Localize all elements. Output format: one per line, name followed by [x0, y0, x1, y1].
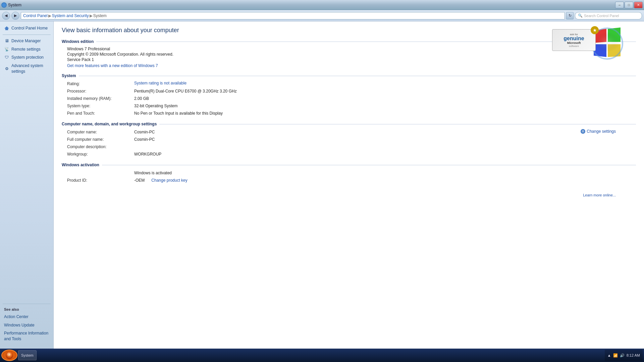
sidebar-item-action-center[interactable]: Action Center: [0, 313, 53, 321]
title-bar: System – □ ✕: [0, 0, 644, 10]
taskbar-system-button[interactable]: System: [18, 350, 37, 360]
maximize-button[interactable]: □: [625, 2, 633, 8]
comp-name-value: Cosmin-PC: [134, 129, 636, 135]
windows-copyright: Copyright © 2009 Microsoft Corporation. …: [67, 52, 636, 57]
start-button[interactable]: [1, 350, 17, 361]
activation-section-header: Windows activation: [62, 163, 636, 167]
sidebar-bottom-section: See also Action Center Windows Update Pe…: [0, 299, 53, 346]
page-title: View basic information about your comput…: [62, 27, 636, 34]
computer-name-wrapper: ⚙ Change settings Computer name: Cosmin-…: [62, 129, 636, 157]
refresh-button[interactable]: ↻: [566, 12, 574, 19]
comp-name-label: Computer name:: [67, 129, 134, 135]
window-icon: [1, 2, 7, 8]
breadcrumb-current: System: [93, 13, 107, 18]
processor-value: Pentium(R) Dual-Core CPU E6700 @ 3.20GHz…: [134, 88, 636, 94]
back-button[interactable]: ◀: [2, 12, 10, 20]
remote-settings-icon: 📡: [4, 47, 9, 52]
change-settings-link[interactable]: ⚙ Change settings: [581, 129, 616, 134]
description-value: [134, 144, 636, 150]
processor-label: Processor:: [67, 88, 134, 94]
genuine-microsoft: Microsoft: [567, 41, 581, 45]
search-icon: 🔍: [578, 13, 583, 18]
product-id-label: Product ID:: [67, 177, 134, 183]
taskbar-tray: ▲ 📶 🔊 8:12 AM: [605, 350, 643, 361]
full-name-value: Cosmin-PC: [134, 136, 636, 142]
windows-service-pack: Service Pack 1: [67, 57, 636, 62]
computer-name-grid: Computer name: Cosmin-PC Full computer n…: [67, 129, 636, 157]
taskbar-system-label: System: [21, 353, 34, 357]
sidebar-item-performance[interactable]: Performance Information and Tools: [0, 329, 53, 343]
title-bar-controls: – □ ✕: [615, 2, 643, 8]
sidebar-top-section: Control Panel Home 🖥 Device Manager 📡 Re…: [0, 24, 53, 76]
see-also-label: See also: [0, 306, 53, 313]
taskbar-clock[interactable]: 8:12 AM: [627, 353, 640, 358]
pen-touch-value: No Pen or Touch Input is available for t…: [134, 110, 636, 116]
tray-hide-icon[interactable]: ▲: [607, 353, 611, 357]
windows-upgrade-link[interactable]: Get more features with a new edition of …: [67, 63, 158, 68]
content-area: View basic information about your comput…: [54, 21, 644, 349]
advanced-settings-icon: ⚙: [4, 66, 9, 71]
activated-label-spacer: [67, 170, 134, 176]
start-orb: [5, 351, 13, 359]
activation-wrapper: ask for genuine Microsoft software ★ Lea…: [62, 170, 636, 183]
breadcrumb-control-panel[interactable]: Control Panel: [23, 13, 48, 18]
sidebar-item-device-manager[interactable]: 🖥 Device Manager: [0, 37, 53, 45]
windows-edition-name: Windows 7 Professional: [67, 47, 636, 51]
full-name-label: Full computer name:: [67, 136, 134, 142]
sidebar-bottom-divider: [3, 304, 51, 304]
system-line: [79, 76, 636, 76]
change-product-key-link[interactable]: Change product key: [151, 178, 187, 183]
change-settings-icon: ⚙: [581, 129, 585, 134]
windows-edition-label: Windows edition: [62, 39, 94, 44]
address-path[interactable]: Control Panel ▶ System and Security ▶ Sy…: [21, 12, 565, 19]
close-button[interactable]: ✕: [634, 2, 643, 8]
computer-name-label: Computer name, domain, and workgroup set…: [62, 122, 157, 126]
system-protection-icon: 🛡: [4, 55, 9, 60]
home-icon: [4, 25, 9, 31]
workgroup-value: WORKGROUP: [134, 151, 636, 157]
system-label: System: [62, 73, 76, 78]
title-bar-text: System: [8, 3, 21, 7]
search-box[interactable]: 🔍 Search Control Panel: [575, 12, 642, 19]
genuine-badge-area: ask for genuine Microsoft software ★ Lea…: [572, 170, 616, 197]
computer-name-section-header: Computer name, domain, and workgroup set…: [62, 122, 636, 126]
svg-point-3: [7, 353, 10, 356]
rating-value[interactable]: System rating is not available: [134, 81, 636, 87]
breadcrumb-system-security[interactable]: System and Security: [52, 13, 89, 18]
sidebar: Control Panel Home 🖥 Device Manager 📡 Re…: [0, 21, 54, 349]
sidebar-item-control-panel-home[interactable]: Control Panel Home: [0, 24, 53, 33]
genuine-badge: ask for genuine Microsoft software ★: [552, 29, 596, 51]
sidebar-divider: [3, 35, 51, 35]
minimize-button[interactable]: –: [615, 2, 624, 8]
volume-icon: 🔊: [620, 353, 625, 358]
system-type-label: System type:: [67, 103, 134, 109]
activation-label: Windows activation: [62, 163, 99, 167]
genuine-software2: software: [569, 45, 579, 48]
product-id-value: -OEM Change product key: [134, 177, 636, 183]
sidebar-item-system-protection[interactable]: 🛡 System protection: [0, 53, 53, 62]
system-info-grid: Rating: System rating is not available P…: [67, 81, 636, 116]
activation-grid: Windows is activated Product ID: -OEM Ch…: [67, 170, 636, 183]
sidebar-item-remote-settings[interactable]: 📡 Remote settings: [0, 45, 53, 54]
description-label: Computer description:: [67, 144, 134, 150]
ram-label: Installed memory (RAM):: [67, 96, 134, 102]
forward-button[interactable]: ▶: [11, 12, 19, 20]
title-bar-left: System: [1, 2, 21, 8]
learn-more-link[interactable]: Learn more online...: [572, 193, 616, 197]
pen-touch-label: Pen and Touch:: [67, 110, 134, 116]
activation-status: Windows is activated: [134, 170, 636, 176]
sidebar-item-windows-update[interactable]: Windows Update: [0, 321, 53, 329]
taskbar: System ▲ 📶 🔊 8:12 AM: [0, 349, 644, 362]
search-placeholder: Search Control Panel: [584, 14, 619, 18]
genuine-star-icon: ★: [591, 26, 599, 34]
device-manager-icon: 🖥: [4, 38, 9, 44]
ram-value: 2.00 GB: [134, 96, 636, 102]
clock-time: 8:12 AM: [627, 353, 640, 358]
genuine-text: genuine: [564, 36, 584, 41]
network-icon: 📶: [613, 353, 618, 358]
address-bar: ◀ ▶ Control Panel ▶ System and Security …: [0, 10, 644, 21]
computer-name-line: [159, 124, 636, 124]
system-type-value: 32-bit Operating System: [134, 103, 636, 109]
sidebar-item-advanced-settings[interactable]: ⚙ Advanced system settings: [0, 62, 53, 76]
svg-point-0: [594, 32, 621, 52]
